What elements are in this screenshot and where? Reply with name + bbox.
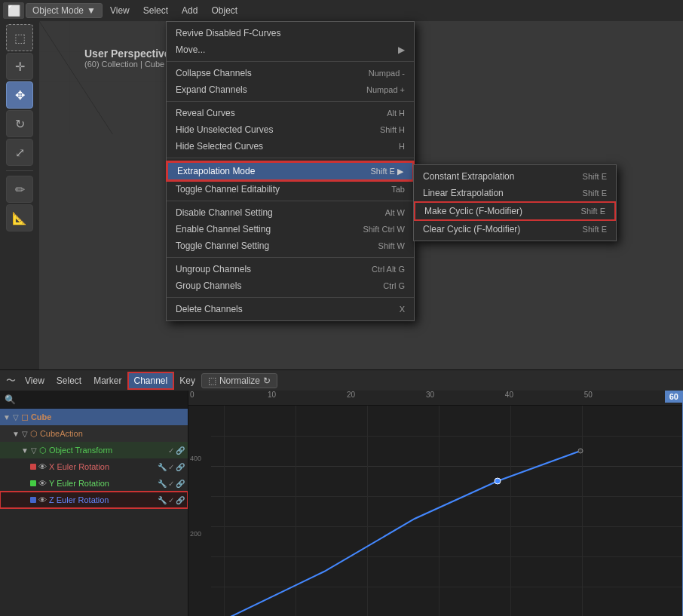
tl-marker[interactable]: Marker bbox=[87, 372, 127, 389]
action-triangle: ▼ bbox=[12, 430, 20, 438]
transform-check-icon[interactable]: ✓ bbox=[168, 446, 174, 455]
animation-curve bbox=[211, 406, 683, 616]
x-eye-icon[interactable]: 👁 bbox=[38, 462, 47, 471]
ruler-40: 40 bbox=[505, 391, 513, 399]
x-wrench-icon[interactable]: 🔧 bbox=[158, 463, 167, 471]
group-channels[interactable]: Group Channels Ctrl G bbox=[167, 277, 414, 294]
x-check-icon[interactable]: ✓ bbox=[168, 463, 174, 471]
channel-list: 🔍 ▼ ▽ ◻ Cube ▼ ▽ ⬡ CubeAction ▼ ▽ ⬡ bbox=[0, 391, 188, 616]
timeline-area: 〜 View Select Marker Channel Key ⬚ Norma… bbox=[0, 369, 683, 616]
dropdown-arrow: ▼ bbox=[87, 5, 96, 16]
cursor-tool[interactable]: ✛ bbox=[6, 53, 33, 80]
left-toolbar: ⬚ ✛ ✥ ↻ ⤢ ✏ 📐 bbox=[0, 21, 39, 369]
hide-selected[interactable]: Hide Selected Curves H bbox=[167, 138, 414, 155]
linear-extrapolation[interactable]: Linear Extrapolation Shift E bbox=[414, 185, 616, 201]
channel-cubeaction[interactable]: ▼ ▽ ⬡ CubeAction bbox=[0, 425, 188, 442]
move-tool[interactable]: ✥ bbox=[6, 81, 33, 109]
ungroup-channels[interactable]: Ungroup Channels Ctrl Alt G bbox=[167, 261, 414, 277]
object-mode-button[interactable]: Object Mode ▼ bbox=[26, 3, 103, 18]
search-bar: 🔍 bbox=[0, 391, 188, 409]
measure-tool[interactable]: 📐 bbox=[6, 204, 33, 231]
mode-icon: ⬜ bbox=[3, 2, 24, 19]
tl-view[interactable]: View bbox=[19, 372, 51, 389]
channel-cube[interactable]: ▼ ▽ ◻ Cube bbox=[0, 409, 188, 425]
sep-1 bbox=[167, 61, 414, 62]
ruler-30: 30 bbox=[426, 391, 434, 399]
action-sub-triangle: ▽ bbox=[22, 430, 28, 438]
x-lock-icon[interactable]: 🔗 bbox=[176, 463, 185, 471]
header-view[interactable]: View bbox=[104, 2, 136, 19]
z-lock-icon[interactable]: 🔗 bbox=[176, 496, 185, 504]
tl-channel[interactable]: Channel bbox=[128, 372, 174, 389]
channel-z-euler[interactable]: 👁 Z Euler Rotation 🔧 ✓ 🔗 bbox=[0, 492, 188, 508]
normalize-refresh-icon: ↻ bbox=[263, 375, 271, 386]
current-frame-badge: 60 bbox=[665, 391, 683, 403]
clear-cyclic[interactable]: Clear Cyclic (F-Modifier) Shift E bbox=[414, 221, 616, 238]
move-item[interactable]: Move... ▶ bbox=[167, 41, 414, 58]
y-wrench-icon[interactable]: 🔧 bbox=[158, 480, 167, 488]
search-icon: 🔍 bbox=[5, 394, 16, 405]
x-color-sq bbox=[30, 464, 36, 470]
disable-channel-setting[interactable]: Disable Channel Setting Alt W bbox=[167, 204, 414, 221]
z-actions: 🔧 ✓ 🔗 bbox=[158, 496, 185, 504]
curve-area[interactable]: 0 10 20 30 40 50 60 bbox=[188, 391, 683, 616]
mode-label: Object Mode bbox=[32, 5, 84, 16]
rotate-tool[interactable]: ↻ bbox=[6, 110, 33, 137]
enable-channel-setting[interactable]: Enable Channel Setting Shift Ctrl W bbox=[167, 221, 414, 238]
y-eye-icon[interactable]: 👁 bbox=[38, 479, 47, 488]
header-object[interactable]: Object bbox=[205, 2, 243, 19]
ruler-0: 0 bbox=[190, 391, 194, 399]
timeline-mode-icon: 〜 bbox=[3, 374, 19, 388]
collection-label: (60) Collection | Cube bbox=[84, 60, 170, 69]
transform-lock-icon[interactable]: 🔗 bbox=[176, 446, 185, 455]
expand-channels[interactable]: Expand Channels Numpad + bbox=[167, 81, 414, 98]
toggle-channel-editability[interactable]: Toggle Channel Editability Tab bbox=[167, 181, 414, 198]
select-tool[interactable]: ⬚ bbox=[6, 24, 33, 51]
transform-triangle: ▼ bbox=[21, 446, 29, 455]
channel-object-transform[interactable]: ▼ ▽ ⬡ Object Transform ✓ 🔗 bbox=[0, 442, 188, 458]
toggle-channel-setting[interactable]: Toggle Channel Setting Shift W bbox=[167, 238, 414, 254]
timeline-ruler: 0 10 20 30 40 50 60 bbox=[188, 391, 683, 406]
y-label-200: 200 bbox=[190, 530, 201, 538]
sep-5 bbox=[167, 257, 414, 258]
perspective-label: User Perspective bbox=[84, 48, 170, 60]
reveal-curves[interactable]: Reveal Curves Alt H bbox=[167, 105, 414, 121]
timeline-header: 〜 View Select Marker Channel Key ⬚ Norma… bbox=[0, 369, 683, 391]
extrapolation-mode[interactable]: Extrapolation Mode Shift E ▶ bbox=[167, 161, 414, 181]
transform-icon: ⬡ bbox=[39, 446, 47, 455]
constant-extrapolation[interactable]: Constant Extrapolation Shift E bbox=[414, 168, 616, 185]
cube-label: Cube bbox=[31, 412, 52, 421]
y-color-sq bbox=[30, 480, 36, 486]
sep-6 bbox=[167, 297, 414, 298]
transform-sub-triangle: ▽ bbox=[31, 446, 37, 455]
channel-y-euler[interactable]: 👁 Y Euler Rotation 🔧 ✓ 🔗 bbox=[0, 475, 188, 492]
ruler-20: 20 bbox=[347, 391, 355, 399]
revive-f-curves[interactable]: Revive Disabled F-Curves bbox=[167, 25, 414, 41]
transform-label: Object Transform bbox=[49, 446, 112, 455]
paint-tool[interactable]: ✏ bbox=[6, 176, 33, 203]
y-lock-icon[interactable]: 🔗 bbox=[176, 480, 185, 488]
tl-select[interactable]: Select bbox=[51, 372, 87, 389]
z-wrench-icon[interactable]: 🔧 bbox=[158, 496, 167, 504]
make-cyclic[interactable]: Make Cyclic (F-Modifier) Shift E bbox=[414, 201, 616, 221]
scale-tool[interactable]: ⤢ bbox=[6, 139, 33, 166]
y-label-400: 400 bbox=[190, 455, 201, 462]
collapse-channels[interactable]: Collapse Channels Numpad - bbox=[167, 65, 414, 81]
action-icon: ⬡ bbox=[30, 429, 38, 439]
channel-x-euler[interactable]: 👁 X Euler Rotation 🔧 ✓ 🔗 bbox=[0, 458, 188, 475]
header-select[interactable]: Select bbox=[137, 2, 174, 19]
tl-key[interactable]: Key bbox=[173, 372, 201, 389]
search-input[interactable] bbox=[20, 395, 183, 404]
z-check-icon[interactable]: ✓ bbox=[168, 496, 174, 504]
y-check-icon[interactable]: ✓ bbox=[168, 480, 174, 488]
header-add[interactable]: Add bbox=[176, 2, 204, 19]
y-actions: 🔧 ✓ 🔗 bbox=[158, 480, 185, 488]
normalize-button[interactable]: ⬚ Normalize ↻ bbox=[201, 373, 277, 388]
cube-triangle: ▼ bbox=[3, 413, 11, 421]
sep-2 bbox=[167, 101, 414, 102]
delete-channels[interactable]: Delete Channels X bbox=[167, 301, 414, 317]
hide-unselected[interactable]: Hide Unselected Curves Shift H bbox=[167, 121, 414, 138]
z-eye-icon[interactable]: 👁 bbox=[38, 495, 47, 504]
normalize-label: Normalize bbox=[219, 375, 260, 386]
ruler-50: 50 bbox=[584, 391, 593, 399]
